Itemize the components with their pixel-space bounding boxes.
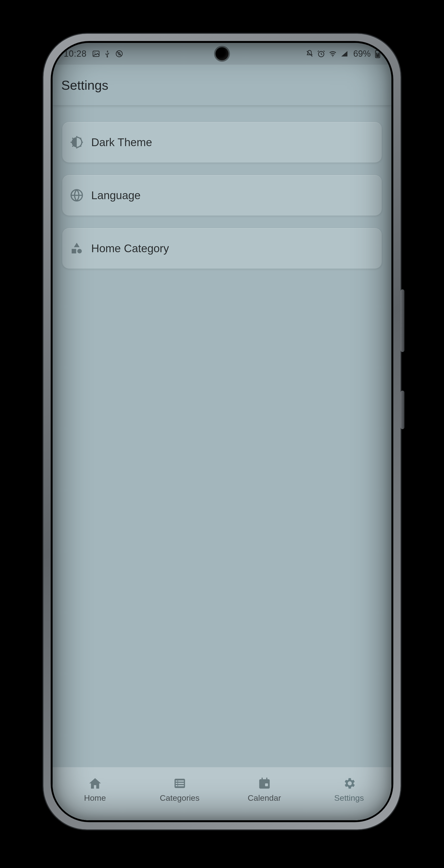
svg-rect-15 [178,783,184,784]
usb-icon [103,50,112,58]
status-time: 10:28 [64,49,87,59]
phone-bezel: 10:28 [51,41,393,822]
nav-categories[interactable]: Categories [137,767,222,812]
setting-dark-theme[interactable]: Dark Theme [62,122,382,162]
gear-icon [342,776,356,791]
svg-point-10 [77,249,82,253]
image-icon [92,50,100,58]
phone-screen: 10:28 [53,43,391,820]
svg-rect-16 [176,785,177,786]
nav-label: Settings [334,793,364,803]
phone-frame: 10:28 [43,34,401,830]
svg-rect-12 [176,780,177,781]
svg-rect-17 [178,785,184,786]
home-icon [88,776,102,791]
battery-icon [375,50,380,58]
phone-camera-hole [215,47,229,60]
setting-label: Dark Theme [91,136,152,149]
setting-language[interactable]: Language [62,175,382,216]
mute-icon [305,50,314,58]
svg-rect-21 [266,777,267,780]
signal-icon [340,50,349,58]
dark-theme-icon [69,135,84,150]
phone-side-button [401,391,405,429]
app-bar: Settings [53,65,391,105]
calendar-icon [258,776,271,791]
svg-rect-9 [72,249,76,253]
phone-side-button [401,289,405,352]
bottom-nav: Home Categories [53,767,391,820]
nav-home[interactable]: Home [53,767,137,812]
status-battery-percent: 69% [353,49,371,59]
alarm-icon [317,50,325,58]
svg-rect-6 [377,50,379,51]
status-bar-left: 10:28 [64,49,123,59]
settings-list: Dark Theme Language [53,105,391,269]
wifi-icon [329,50,337,58]
nav-settings[interactable]: Settings [307,767,391,812]
status-bar-right: 69% [305,49,380,59]
globe-icon [69,188,84,203]
shapes-icon [69,241,84,255]
setting-label: Language [91,189,141,202]
nav-calendar[interactable]: Calendar [222,767,307,812]
setting-label: Home Category [91,242,169,255]
svg-rect-22 [265,783,268,786]
list-icon [173,776,187,791]
svg-point-1 [94,52,95,53]
setting-home-category[interactable]: Home Category [62,228,382,269]
svg-rect-20 [261,777,263,780]
svg-rect-14 [176,783,177,784]
nav-label: Home [84,793,106,803]
page-title: Settings [61,78,108,93]
nav-label: Calendar [248,793,281,803]
svg-point-4 [332,56,333,57]
nav-label: Categories [160,793,199,803]
svg-rect-13 [178,780,184,781]
sync-off-icon [115,50,123,58]
